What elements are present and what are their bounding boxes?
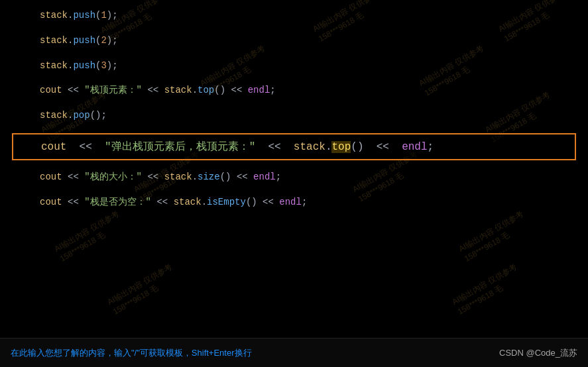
highlighted-code-block: cout << "弹出栈顶元素后，栈顶元素：" << stack.top() <…: [12, 133, 576, 160]
code-line: cout << "栈是否为空：" << stack.isEmpty() << e…: [0, 193, 588, 212]
code-token: stack: [40, 58, 68, 74]
code-line: cout << "栈的大小：" << stack.size() << endl;: [0, 168, 588, 187]
bottom-bar-hint[interactable]: 在此输入您想了解的内容，输入"/"可获取模板，Shift+Enter换行: [11, 347, 252, 359]
watermark: AI输出内容 仅供参考158***9618 毛: [105, 262, 180, 318]
highlighted-word: top: [331, 141, 351, 153]
bottom-bar-brand: CSDN @Code_流苏: [499, 347, 577, 359]
code-token: stack: [40, 33, 68, 49]
code-line: stack.pop();: [0, 107, 588, 125]
code-line: stack.push(3);: [0, 57, 588, 76]
code-area: AI输出内容 仅供参考158***9618 毛 AI输出内容 仅供参考158**…: [0, 0, 588, 338]
bottom-bar: 在此输入您想了解的内容，输入"/"可获取模板，Shift+Enter换行 CSD…: [0, 338, 588, 367]
code-line: cout << "栈顶元素：" << stack.top() << endl;: [0, 81, 588, 100]
code-line: stack.push(1);: [0, 7, 588, 25]
watermark: AI输出内容 仅供参考158***9618 毛: [52, 209, 127, 265]
code-token: stack: [40, 8, 68, 24]
code-line: stack.push(2);: [0, 32, 588, 50]
watermark: AI输出内容 仅供参考158***9618 毛: [450, 262, 525, 318]
watermark: AI输出内容 仅供参考158***9618 毛: [457, 209, 532, 265]
